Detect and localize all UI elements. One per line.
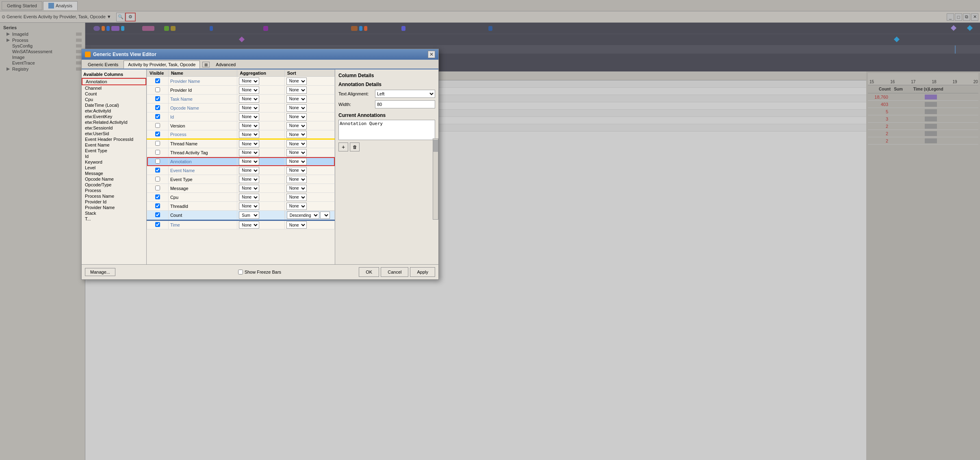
table-row: Provider Id None None <box>147 86 335 95</box>
sort-select[interactable]: None <box>286 86 307 94</box>
sort-select[interactable]: Descending None Ascending <box>287 212 319 219</box>
visible-checkbox[interactable] <box>155 177 160 181</box>
sort-select[interactable]: None <box>286 95 307 103</box>
delete-annotation-btn[interactable]: 🗑 <box>350 143 360 151</box>
sort-select[interactable]: None <box>286 176 307 183</box>
add-annotation-btn[interactable]: + <box>338 143 348 151</box>
visible-checkbox[interactable] <box>155 78 160 83</box>
annotation-query-textarea[interactable]: Annotation Query <box>338 120 435 140</box>
sort-select[interactable]: None <box>286 122 307 130</box>
col-list-item-etw-eventkey[interactable]: etw:EventKey <box>82 114 146 119</box>
visible-checkbox[interactable] <box>155 87 160 92</box>
col-list-item-keyword[interactable]: Keyword <box>82 159 146 165</box>
text-alignment-select[interactable]: Left Center Right <box>375 90 435 98</box>
modal-tab-activity[interactable]: Activity by Provider, Task, Opcode <box>124 60 200 69</box>
sort-select[interactable]: None <box>286 167 307 174</box>
table-row: Provider Name None None <box>147 77 335 86</box>
sort-select[interactable]: None <box>286 113 307 121</box>
visible-checkbox[interactable] <box>155 105 160 110</box>
apply-button[interactable]: Apply <box>410 267 435 277</box>
aggregation-select[interactable]: None <box>239 95 259 103</box>
aggregation-select[interactable]: None <box>239 131 259 138</box>
aggregation-select[interactable]: Sum None <box>239 212 259 219</box>
sort-select[interactable]: None <box>286 131 307 138</box>
sort-select[interactable]: None <box>286 194 307 201</box>
sort-select[interactable]: None <box>286 149 307 156</box>
aggregation-select[interactable]: None <box>239 167 259 174</box>
modal-close-button[interactable]: ✕ <box>428 51 435 58</box>
show-freeze-bars-checkbox[interactable] <box>238 270 243 274</box>
col-list-item-etw-session[interactable]: etw:SessionId <box>82 125 146 131</box>
sort-priority-select[interactable]: 0 <box>320 212 330 219</box>
visible-checkbox[interactable] <box>155 123 160 128</box>
col-list-item-id[interactable]: Id <box>82 153 146 159</box>
aggregation-select[interactable]: None <box>239 113 259 121</box>
sort-select[interactable]: None <box>286 221 307 229</box>
aggregation-select[interactable]: None <box>239 104 259 112</box>
aggregation-select[interactable]: None <box>239 185 259 192</box>
visible-checkbox[interactable] <box>155 194 160 199</box>
aggregation-select[interactable]: None <box>239 140 259 147</box>
aggregation-select[interactable]: None <box>239 149 259 156</box>
sort-select[interactable]: None <box>286 78 307 85</box>
sort-select[interactable]: None <box>286 158 307 165</box>
aggregation-select[interactable]: None <box>239 221 259 229</box>
footer-left: Manage... Show Freeze Bars <box>85 268 357 276</box>
col-list-item-cpu[interactable]: Cpu <box>82 97 146 102</box>
visible-checkbox[interactable] <box>155 186 160 190</box>
col-list-item-opcode-type[interactable]: Opcode/Type <box>82 182 146 188</box>
col-list-item-event-type[interactable]: Event Type <box>82 148 146 153</box>
aggregation-select[interactable]: None <box>239 122 259 130</box>
visible-checkbox[interactable] <box>155 203 160 208</box>
col-list-item-etw-user[interactable]: etw:UserSid <box>82 131 146 136</box>
col-list-item-provider-id[interactable]: Provider Id <box>82 199 146 205</box>
col-list-item-stack[interactable]: Stack <box>82 210 146 216</box>
text-alignment-field: Text Alignment: Left Center Right <box>338 90 435 98</box>
sort-select[interactable]: None <box>286 104 307 112</box>
sort-select[interactable]: None <box>286 140 307 147</box>
col-list-item-etw-activityid[interactable]: etw:ActivityId <box>82 108 146 114</box>
aggregation-select[interactable]: None <box>239 78 259 85</box>
col-list-item-level[interactable]: Level <box>82 165 146 171</box>
aggregation-select[interactable]: None <box>239 203 259 210</box>
col-list-item-t[interactable]: T... <box>82 216 146 222</box>
col-list-item-channel[interactable]: Channel <box>82 85 146 91</box>
sort-select[interactable]: None <box>286 185 307 192</box>
visible-checkbox[interactable] <box>155 159 160 164</box>
visible-checkbox[interactable] <box>155 212 160 217</box>
col-name-cell: Event Name <box>168 166 237 175</box>
modal-tab-generic-events[interactable]: Generic Events <box>83 60 123 69</box>
col-list-item-process[interactable]: Process <box>82 188 146 193</box>
col-list-item-annotation[interactable]: Annotation <box>82 78 146 85</box>
aggregation-select[interactable]: None <box>239 176 259 183</box>
col-list-item-message[interactable]: Message <box>82 171 146 176</box>
aggregation-select[interactable]: None <box>239 86 259 94</box>
tab-separator-icon: ⊞ <box>202 62 210 67</box>
col-list-item-count[interactable]: Count <box>82 91 146 97</box>
ok-button[interactable]: OK <box>359 267 379 277</box>
modal-tab-advanced[interactable]: Advanced <box>211 60 240 69</box>
visible-checkbox[interactable] <box>155 168 160 173</box>
manage-button[interactable]: Manage... <box>85 268 115 276</box>
col-list-item-datetime[interactable]: DateTime (Local) <box>82 102 146 108</box>
table-row: Message None None <box>147 184 335 193</box>
sort-select[interactable]: None <box>286 203 307 210</box>
visible-checkbox[interactable] <box>155 114 160 119</box>
aggregation-select[interactable]: None <box>239 158 259 165</box>
col-list-item-etw-related[interactable]: etw:Related ActivityId <box>82 119 146 125</box>
visible-checkbox[interactable] <box>155 96 160 101</box>
modal-footer: Manage... Show Freeze Bars OK Cancel App… <box>82 264 438 279</box>
col-list-item-event-header[interactable]: Event Header ProcessId <box>82 136 146 142</box>
visible-checkbox[interactable] <box>155 132 160 136</box>
visible-checkbox[interactable] <box>155 150 160 155</box>
cancel-button[interactable]: Cancel <box>381 267 408 277</box>
visible-checkbox[interactable] <box>155 141 160 146</box>
aggregation-select[interactable]: None <box>239 194 259 201</box>
width-input[interactable] <box>375 100 435 108</box>
table-row: Thread Activity Tag None None <box>147 148 335 157</box>
col-list-item-event-name[interactable]: Event Name <box>82 142 146 148</box>
col-list-item-provider-name[interactable]: Provider Name <box>82 205 146 210</box>
col-list-item-process-name[interactable]: Process Name <box>82 193 146 199</box>
visible-checkbox[interactable] <box>155 222 160 227</box>
col-list-item-opcode-name[interactable]: Opcode Name <box>82 176 146 182</box>
